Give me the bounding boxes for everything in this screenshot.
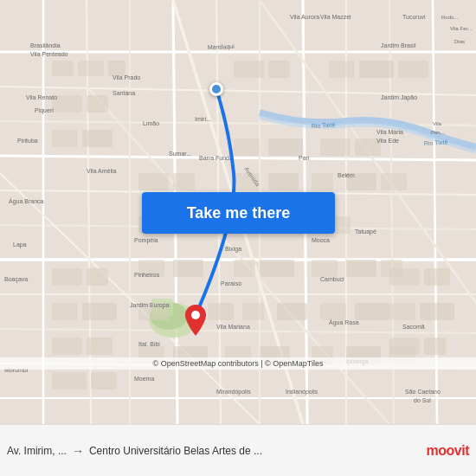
svg-text:Indianópolis: Indianópolis xyxy=(286,389,318,396)
svg-rect-90 xyxy=(424,338,446,355)
svg-text:Bixiga: Bixiga xyxy=(225,246,241,253)
moovit-logo-text: moovit xyxy=(427,443,469,459)
bottom-bar: Av. Imirim, ... → Centro Universitário B… xyxy=(0,424,476,476)
svg-text:Imiri...: Imiri... xyxy=(195,116,211,122)
svg-rect-38 xyxy=(329,61,355,78)
svg-rect-35 xyxy=(82,130,113,147)
svg-rect-79 xyxy=(52,303,78,320)
svg-rect-87 xyxy=(389,303,415,320)
svg-text:Vila Penteado: Vila Penteado xyxy=(30,51,68,57)
svg-text:Lapa: Lapa xyxy=(13,241,27,248)
svg-rect-46 xyxy=(173,173,195,190)
svg-rect-81 xyxy=(52,338,82,355)
svg-text:Rio Tietê: Rio Tietê xyxy=(424,139,448,146)
moovit-logo: moovit xyxy=(420,443,469,459)
svg-text:Santana: Santana xyxy=(113,90,135,96)
svg-text:Rodo...: Rodo... xyxy=(441,15,459,20)
svg-rect-89 xyxy=(389,338,420,355)
destination-pin xyxy=(185,305,206,336)
svg-text:Mooca: Mooca xyxy=(312,237,330,243)
svg-rect-41 xyxy=(234,138,260,156)
svg-text:Vila Mariana: Vila Mariana xyxy=(216,324,250,330)
svg-rect-33 xyxy=(87,95,108,113)
svg-rect-66 xyxy=(242,303,264,320)
svg-text:Vila Prado: Vila Prado xyxy=(113,74,140,80)
svg-text:Vila Amélia: Vila Amélia xyxy=(87,168,117,174)
svg-text:Jardim Brasil: Jardim Brasil xyxy=(381,42,416,48)
svg-text:Vila Maria: Vila Maria xyxy=(376,129,403,135)
svg-text:Água Rasa: Água Rasa xyxy=(329,318,359,326)
svg-text:do Sul: do Sul xyxy=(414,397,431,403)
svg-rect-58 xyxy=(173,260,203,277)
svg-rect-39 xyxy=(359,61,394,78)
svg-rect-48 xyxy=(268,173,299,190)
svg-rect-62 xyxy=(346,260,376,277)
origin-label: Av. Imirim, ... xyxy=(7,445,67,457)
svg-rect-67 xyxy=(277,303,307,320)
svg-text:Piqueri: Piqueri xyxy=(35,107,54,114)
svg-text:Ital. Bibi: Ital. Bibi xyxy=(138,341,160,347)
svg-rect-36 xyxy=(234,61,264,78)
svg-rect-69 xyxy=(355,303,389,320)
svg-text:Água Branca: Água Branca xyxy=(9,197,44,205)
svg-rect-60 xyxy=(260,260,294,277)
svg-text:Paraíso: Paraíso xyxy=(221,280,241,286)
svg-rect-34 xyxy=(52,130,78,147)
svg-text:Limão: Limão xyxy=(143,120,159,126)
svg-text:Sumar...: Sumar... xyxy=(169,151,191,157)
svg-text:Vila: Vila xyxy=(433,121,442,126)
svg-text:Cambuci: Cambuci xyxy=(320,276,344,282)
svg-rect-77 xyxy=(52,268,82,286)
svg-rect-51 xyxy=(381,173,407,190)
svg-rect-88 xyxy=(420,303,454,320)
svg-text:Vila Aurora: Vila Aurora xyxy=(290,14,319,20)
svg-rect-29 xyxy=(52,61,74,76)
svg-text:Jardim Japão: Jardim Japão xyxy=(381,94,417,101)
svg-rect-45 xyxy=(138,173,169,190)
svg-text:Pirituba: Pirituba xyxy=(17,138,38,144)
map-attribution: © OpenStreetMap contributors | © OpenMap… xyxy=(0,357,476,370)
svg-text:Vila Mazzei: Vila Mazzei xyxy=(320,14,351,20)
svg-text:Boaçava: Boaçava xyxy=(4,276,28,283)
map-container[interactable]: Mandaqui Vila Prado Pirituba Limão Água … xyxy=(0,0,476,424)
svg-text:Tatuapé: Tatuapé xyxy=(355,228,376,235)
origin-pin xyxy=(209,82,223,96)
svg-text:Jardim Europa: Jardim Europa xyxy=(130,302,170,309)
svg-text:Pen...: Pen... xyxy=(431,130,445,135)
svg-rect-49 xyxy=(312,173,333,190)
svg-text:Rio Tietê: Rio Tietê xyxy=(312,122,336,129)
svg-text:Tucuruvi: Tucuruvi xyxy=(402,14,426,20)
svg-text:São Caetano: São Caetano xyxy=(405,389,441,395)
svg-text:Pompéia: Pompéia xyxy=(134,237,158,244)
svg-text:Brasilândia: Brasilândia xyxy=(30,42,61,48)
svg-text:Sacomã: Sacomã xyxy=(402,324,425,330)
svg-text:Dias: Dias xyxy=(454,39,465,44)
svg-rect-65 xyxy=(208,303,234,320)
svg-point-144 xyxy=(191,311,200,319)
svg-text:Barra Funda: Barra Funda xyxy=(199,155,233,161)
take-me-there-button[interactable]: Take me there xyxy=(142,192,335,234)
svg-rect-59 xyxy=(234,260,255,277)
svg-rect-40 xyxy=(398,61,428,78)
svg-rect-86 xyxy=(424,268,450,286)
svg-text:Pari: Pari xyxy=(299,155,310,161)
svg-rect-42 xyxy=(268,138,303,156)
svg-rect-78 xyxy=(87,268,108,286)
svg-rect-83 xyxy=(52,372,87,389)
svg-text:Moema: Moema xyxy=(134,376,154,382)
svg-text:Pinheiros: Pinheiros xyxy=(134,272,160,278)
svg-rect-61 xyxy=(312,260,338,277)
svg-rect-30 xyxy=(78,61,104,76)
svg-rect-80 xyxy=(82,303,117,320)
svg-rect-82 xyxy=(87,338,113,355)
svg-rect-85 xyxy=(389,268,420,286)
svg-rect-43 xyxy=(320,138,351,156)
destination-label: Centro Universitário Belas Artes de ... xyxy=(89,445,420,457)
svg-rect-37 xyxy=(268,61,290,78)
svg-text:Mirandópolis: Mirandópolis xyxy=(216,389,251,396)
direction-arrow-icon: → xyxy=(72,444,84,458)
svg-text:Vila Ede: Vila Ede xyxy=(376,138,399,144)
svg-rect-68 xyxy=(320,303,346,320)
svg-text:Belém: Belém xyxy=(338,172,355,178)
svg-text:Vila Renato: Vila Renato xyxy=(26,94,57,100)
